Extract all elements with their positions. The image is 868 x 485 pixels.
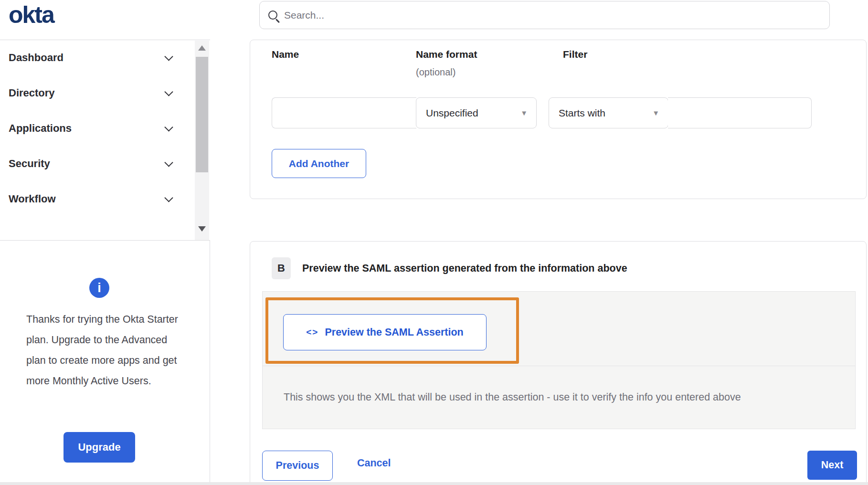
filter-value-input[interactable]	[668, 97, 812, 128]
sidebar-item-workflow[interactable]: Workflow	[0, 181, 210, 217]
sidebar-item-applications[interactable]: Applications	[0, 111, 210, 146]
name-format-select[interactable]: Unspecified ▼	[416, 97, 537, 128]
preview-saml-card: B Preview the SAML assertion generated f…	[250, 241, 867, 482]
scroll-up-icon[interactable]	[198, 45, 206, 51]
okta-logo: okta	[9, 1, 54, 29]
sidebar-item-security[interactable]: Security	[0, 146, 210, 181]
section-b-title: Preview the SAML assertion generated fro…	[302, 263, 627, 274]
filter-column-label: Filter	[563, 49, 587, 60]
optional-note: (optional)	[416, 67, 455, 78]
name-format-selected-value: Unspecified	[426, 107, 478, 119]
chevron-down-icon	[164, 52, 173, 61]
chevron-down-icon	[164, 87, 173, 96]
section-b-badge: B	[272, 257, 291, 279]
sidebar-scrollbar[interactable]	[195, 41, 209, 240]
info-icon: i	[89, 278, 109, 298]
chevron-down-icon	[164, 193, 173, 202]
dropdown-caret-icon: ▼	[652, 109, 659, 117]
sidebar-item-label: Workflow	[9, 193, 56, 205]
scrollbar-thumb[interactable]	[196, 57, 208, 172]
add-another-button[interactable]: Add Another	[272, 149, 366, 178]
search-input[interactable]	[284, 10, 762, 21]
sidebar-item-label: Directory	[9, 87, 55, 99]
sidebar-item-label: Security	[9, 158, 50, 170]
chevron-down-icon	[164, 158, 173, 167]
sidebar-item-label: Dashboard	[9, 52, 64, 64]
upgrade-button[interactable]: Upgrade	[64, 432, 135, 463]
okta-admin-page: okta Dashboard Directory Applications Se…	[0, 0, 868, 482]
next-button[interactable]: Next	[807, 451, 857, 480]
name-column-label: Name	[272, 49, 299, 60]
dropdown-caret-icon: ▼	[520, 109, 528, 117]
search-icon	[268, 11, 277, 20]
cancel-link[interactable]: Cancel	[357, 457, 391, 469]
chevron-down-icon	[164, 123, 173, 131]
page-bottom-edge	[0, 482, 868, 485]
sidebar-item-directory[interactable]: Directory	[0, 75, 210, 111]
code-icon: <>	[306, 327, 318, 337]
trial-plan-message: Thanks for trying the Okta Starter plan.…	[26, 309, 188, 391]
scroll-down-icon[interactable]	[198, 226, 206, 232]
preview-saml-assertion-button[interactable]: <> Preview the SAML Assertion	[283, 314, 487, 350]
attribute-name-input[interactable]	[272, 97, 416, 128]
previous-button[interactable]: Previous	[262, 451, 333, 481]
preview-button-label: Preview the SAML Assertion	[325, 327, 463, 338]
sidebar-item-dashboard[interactable]: Dashboard	[0, 40, 210, 75]
filter-type-select[interactable]: Starts with ▼	[549, 97, 668, 128]
sidebar-nav: Dashboard Directory Applications Securit…	[0, 40, 210, 241]
attribute-statements-card: Name Name format Filter (optional) Unspe…	[250, 40, 867, 199]
name-format-column-label: Name format	[416, 49, 477, 60]
global-search[interactable]	[259, 1, 830, 29]
filter-selected-value: Starts with	[559, 107, 605, 119]
preview-description-panel: This shows you the XML that will be used…	[262, 366, 856, 429]
sidebar-item-label: Applications	[9, 122, 72, 135]
preview-description-text: This shows you the XML that will be used…	[284, 391, 741, 403]
